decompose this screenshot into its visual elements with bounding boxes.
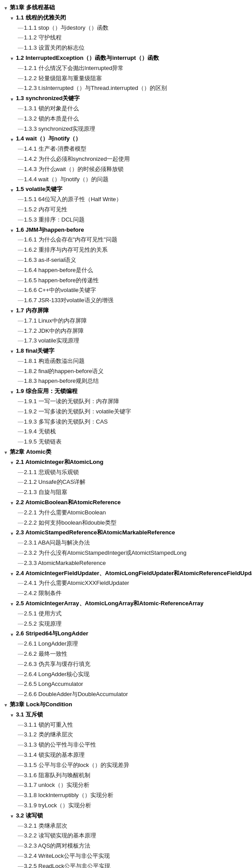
tree-item-3.1.9[interactable]: —3.1.9 tryLock（）实现分析 xyxy=(2,801,250,811)
tree-item-2.6.6[interactable]: —2.6.6 DoubleAdder与DoubleAccumulator xyxy=(2,689,250,700)
tree-item-ch2[interactable]: ▼第2章 Atomic类 xyxy=(2,447,250,457)
tree-item-1.9.5[interactable]: —1.9.5 无锁链表 xyxy=(2,437,250,447)
expand-arrow-ch1[interactable]: ▼ xyxy=(4,5,9,10)
tree-item-1.3[interactable]: ▼1.3 synchronized关键字 xyxy=(2,93,250,104)
expand-arrow-1.3[interactable]: ▼ xyxy=(10,96,15,101)
expand-arrow-3.1[interactable]: ▼ xyxy=(10,712,15,717)
tree-item-1.5.3[interactable]: —1.5.3 重排序：DCL问题 xyxy=(2,215,250,225)
tree-item-1.4[interactable]: ▼1.4 wait（）与notify（） xyxy=(2,134,250,144)
tree-item-1.8.2[interactable]: —1.8.2 final的happen-before语义 xyxy=(2,366,250,377)
tree-item-2.2.1[interactable]: —2.2.1 为什么需要AtomicBoolean xyxy=(2,508,250,518)
tree-item-1.4.1[interactable]: —1.4.1 生产者-消费者模型 xyxy=(2,144,250,154)
tree-item-1.6.5[interactable]: —1.6.5 happen-before的传递性 xyxy=(2,276,250,286)
tree-item-2.3.2[interactable]: —2.3.2 为什么没有AtomicStampedInteger或Atomict… xyxy=(2,548,250,558)
tree-item-3.2[interactable]: ▼3.2 读写锁 xyxy=(2,811,250,821)
tree-item-2.3.1[interactable]: —2.3.1 ABA问题与解决办法 xyxy=(2,538,250,548)
tree-item-1.9.3[interactable]: —1.9.3 多写多读的无锁队列：CAS xyxy=(2,417,250,427)
expand-arrow-1.9[interactable]: ▼ xyxy=(10,389,15,394)
tree-item-3.2.3[interactable]: —3.2.3 AQS的两对模板方法 xyxy=(2,841,250,851)
tree-item-2.6.3[interactable]: —2.6.3 伪共享与缓存行填充 xyxy=(2,659,250,669)
expand-arrow-ch3[interactable]: ▼ xyxy=(4,702,9,707)
tree-item-2.4[interactable]: ▼2.4 AtomicIntegerFieldUpdater、AtomicLon… xyxy=(2,568,250,579)
tree-item-3.1.3[interactable]: —3.1.3 锁的公平性与非公平性 xyxy=(2,740,250,750)
expand-arrow-1.8[interactable]: ▼ xyxy=(10,348,15,354)
tree-item-1.7.2[interactable]: —1.7.2 JDK中的内存屏障 xyxy=(2,326,250,336)
tree-item-1.9.4[interactable]: —1.9.4 无锁栈 xyxy=(2,427,250,437)
expand-arrow-3.2[interactable]: ▼ xyxy=(10,813,15,818)
tree-item-3.1.5[interactable]: —3.1.5 公平与非公平的lock（）的实现差异 xyxy=(2,760,250,771)
tree-item-1.2.3[interactable]: —1.2.3 t.isInterrupted（）与Thread.interrup… xyxy=(2,83,250,93)
tree-item-1.9.2[interactable]: —1.9.2 一写多读的无锁队列：volatile关键字 xyxy=(2,407,250,417)
tree-item-1.6[interactable]: ▼1.6 JMM与happen-before xyxy=(2,225,250,235)
expand-arrow-2.5[interactable]: ▼ xyxy=(10,601,15,606)
tree-item-1.6.4[interactable]: —1.6.4 happen-before是什么 xyxy=(2,265,250,276)
tree-item-3.2.1[interactable]: —3.2.1 类继承层次 xyxy=(2,821,250,831)
tree-item-1.4.3[interactable]: —1.4.3 为什么wait（）的时候必须释放锁 xyxy=(2,164,250,175)
expand-arrow-2.6[interactable]: ▼ xyxy=(10,631,15,637)
expand-arrow-1.7[interactable]: ▼ xyxy=(10,308,15,313)
tree-item-2.1.2[interactable]: —2.1.2 Unsafe的CAS详解 xyxy=(2,477,250,487)
tree-item-2.1[interactable]: ▼2.1 AtomicInteger和AtomicLong xyxy=(2,457,250,467)
tree-item-2.4.1[interactable]: —2.4.1 为什么需要AtomicXXXFieldUpdater xyxy=(2,578,250,588)
expand-arrow-2.3[interactable]: ▼ xyxy=(10,530,15,536)
tree-item-1.3.1[interactable]: —1.3.1 锁的对象是什么 xyxy=(2,104,250,114)
tree-item-1.6.7[interactable]: —1.6.7 JSR-133对volatile语义的增强 xyxy=(2,296,250,306)
tree-item-1.8.3[interactable]: —1.8.3 happen-before规则总结 xyxy=(2,376,250,386)
tree-item-2.3[interactable]: ▼2.3 AtomicStampedReference和AtomicMarkab… xyxy=(2,528,250,538)
expand-arrow-1.1[interactable]: ▼ xyxy=(10,15,15,20)
expand-arrow-1.6[interactable]: ▼ xyxy=(10,227,15,233)
tree-item-1.2.1[interactable]: —1.2.1 什么情况下会抛出Interrupted异常 xyxy=(2,63,250,74)
tree-item-1.5[interactable]: ▼1.5 volatile关键字 xyxy=(2,184,250,195)
tree-item-3.1.4[interactable]: —3.1.4 锁实现的基本原理 xyxy=(2,750,250,760)
tree-item-1.6.3[interactable]: —1.6.3 as-if-serial语义 xyxy=(2,255,250,265)
tree-item-3.1.7[interactable]: —3.1.7 unlock（）实现分析 xyxy=(2,780,250,790)
tree-item-2.6.5[interactable]: —2.6.5 LongAccumulator xyxy=(2,679,250,689)
expand-arrow-1.4[interactable]: ▼ xyxy=(10,136,15,142)
expand-arrow-ch2[interactable]: ▼ xyxy=(4,449,9,455)
tree-item-3.1[interactable]: ▼3.1 互斥锁 xyxy=(2,710,250,720)
expand-arrow-2.4[interactable]: ▼ xyxy=(10,571,15,576)
tree-item-2.2.2[interactable]: —2.2.2 如何支持boolean和double类型 xyxy=(2,518,250,528)
tree-item-2.6.2[interactable]: —2.6.2 最终一致性 xyxy=(2,649,250,659)
tree-item-3.1.6[interactable]: —3.1.6 阻塞队列与唤醒机制 xyxy=(2,771,250,781)
tree-item-1.3.2[interactable]: —1.3.2 锁的本质是什么 xyxy=(2,114,250,124)
tree-item-1.3.3[interactable]: —1.3.3 synchronized实现原理 xyxy=(2,124,250,134)
tree-item-1.8.1[interactable]: —1.8.1 构造函数溢出问题 xyxy=(2,356,250,366)
tree-item-1.2[interactable]: ▼1.2 InterruptedException（）函数与interrupt（… xyxy=(2,53,250,63)
tree-item-1.9.1[interactable]: —1.9.1 一写一读的无锁队列：内存屏障 xyxy=(2,397,250,407)
tree-item-2.5.1[interactable]: —2.5.1 使用方式 xyxy=(2,609,250,619)
tree-item-2.1.1[interactable]: —2.1.1 悲观锁与乐观锁 xyxy=(2,467,250,478)
tree-item-2.6[interactable]: ▼2.6 Striped64与LongAdder xyxy=(2,629,250,639)
tree-item-1.7.1[interactable]: —1.7.1 Linux中的内存屏障 xyxy=(2,316,250,326)
tree-item-2.6.4[interactable]: —2.6.4 LongAdder核心实现 xyxy=(2,669,250,680)
tree-item-1.7.3[interactable]: —1.7.3 volatile实现原理 xyxy=(2,336,250,346)
tree-item-1.1.3[interactable]: —1.1.3 设置关闭的标志位 xyxy=(2,43,250,53)
tree-item-ch3[interactable]: ▼第3章 Lock与Condition xyxy=(2,700,250,710)
tree-item-1.4.4[interactable]: —1.4.4 wait（）与notify（）的问题 xyxy=(2,175,250,185)
tree-item-1.6.1[interactable]: —1.6.1 为什么会存在"内存可见性"问题 xyxy=(2,235,250,245)
tree-item-1.1.1[interactable]: —1.1.1 stop（）与destory（）函数 xyxy=(2,23,250,33)
expand-arrow-2.2[interactable]: ▼ xyxy=(10,500,15,505)
tree-item-1.2.2[interactable]: —1.2.2 轻量级阻塞与重量级阻塞 xyxy=(2,74,250,84)
tree-item-2.6.1[interactable]: —2.6.1 LongAdder原理 xyxy=(2,639,250,649)
tree-item-3.2.2[interactable]: —3.2.2 读写锁实现的基本原理 xyxy=(2,831,250,841)
tree-item-2.5.2[interactable]: —2.5.2 实现原理 xyxy=(2,619,250,629)
tree-item-1.6.2[interactable]: —1.6.2 重排序与内存可见性的关系 xyxy=(2,245,250,255)
tree-item-3.1.2[interactable]: —3.1.2 类的继承层次 xyxy=(2,730,250,740)
tree-item-2.4.2[interactable]: —2.4.2 限制条件 xyxy=(2,588,250,599)
tree-item-3.1.8[interactable]: —3.1.8 lockInterruptibly（）实现分析 xyxy=(2,790,250,801)
expand-arrow-1.2[interactable]: ▼ xyxy=(10,55,15,61)
tree-item-1.4.2[interactable]: —1.4.2 为什么必须和synchronized一起使用 xyxy=(2,154,250,164)
tree-item-1.1.2[interactable]: —1.1.2 守护线程 xyxy=(2,33,250,43)
tree-item-3.2.4[interactable]: —3.2.4 WriteLock公平与非公平实现 xyxy=(2,851,250,861)
expand-arrow-2.1[interactable]: ▼ xyxy=(10,459,15,465)
tree-item-2.2[interactable]: ▼2.2 AtomicBoolean和AtomicReference xyxy=(2,498,250,508)
tree-item-3.2.5[interactable]: —3.2.5 ReadLock公平与非公平实现 xyxy=(2,861,250,868)
tree-item-1.5.1[interactable]: —1.5.1 64位写入的原子性（Half Write） xyxy=(2,195,250,205)
tree-item-1.6.6[interactable]: —1.6.6 C++中的volatile关键字 xyxy=(2,285,250,296)
tree-item-2.1.3[interactable]: —2.1.3 自旋与阻塞 xyxy=(2,487,250,498)
tree-item-1.8[interactable]: ▼1.8 final关键字 xyxy=(2,346,250,356)
tree-item-2.5[interactable]: ▼2.5 AtomicIntegerArray、AtomicLongArray和… xyxy=(2,599,250,609)
expand-arrow-1.5[interactable]: ▼ xyxy=(10,187,15,192)
tree-item-1.9[interactable]: ▼1.9 综合应用：无锁编程 xyxy=(2,386,250,397)
